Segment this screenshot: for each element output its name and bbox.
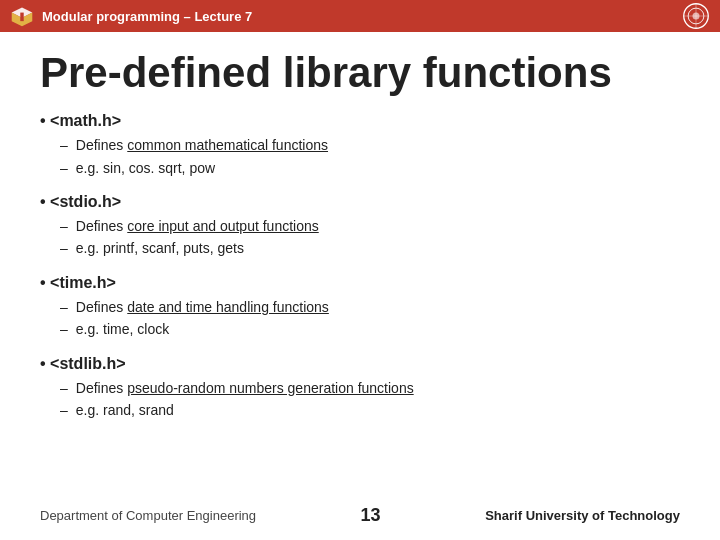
section-time: • <time.h> – Defines date and time handl… <box>40 274 680 341</box>
page-title: Pre-defined library functions <box>40 50 680 96</box>
footer: Department of Computer Engineering 13 Sh… <box>40 505 680 526</box>
footer-department: Department of Computer Engineering <box>40 508 256 523</box>
section-math-header: • <math.h> <box>40 112 680 130</box>
top-bar-title: Modular programming – Lecture 7 <box>42 9 252 24</box>
section-math-sub1: – Defines common mathematical functions … <box>40 134 680 179</box>
footer-university: Sharif University of Technology <box>485 508 680 523</box>
logo-icon <box>10 4 34 28</box>
section-time-sub1: – Defines date and time handling functio… <box>40 296 680 341</box>
section-stdlib: • <stdlib.h> – Defines pseudo-random num… <box>40 355 680 422</box>
svg-rect-2 <box>20 13 23 22</box>
section-stdlib-sub1: – Defines pseudo-random numbers generati… <box>40 377 680 422</box>
footer-page-number: 13 <box>361 505 381 526</box>
section-time-header: • <time.h> <box>40 274 680 292</box>
top-bar: Modular programming – Lecture 7 <box>0 0 720 32</box>
section-stdio-sub1: – Defines core input and output function… <box>40 215 680 260</box>
main-content: Pre-defined library functions • <math.h>… <box>0 32 720 449</box>
section-stdio: • <stdio.h> – Defines core input and out… <box>40 193 680 260</box>
section-stdlib-header: • <stdlib.h> <box>40 355 680 373</box>
section-math: • <math.h> – Defines common mathematical… <box>40 112 680 179</box>
section-stdio-header: • <stdio.h> <box>40 193 680 211</box>
university-logo-icon <box>682 2 710 30</box>
